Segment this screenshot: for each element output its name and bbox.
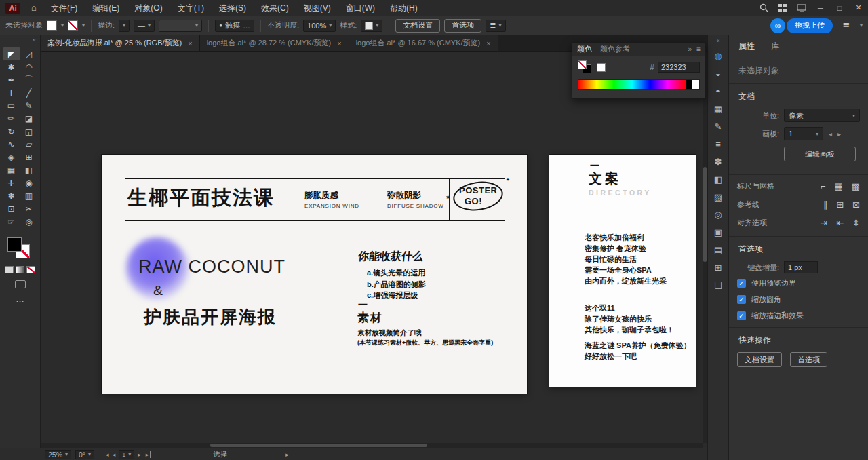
appearance-icon[interactable]: ◎ <box>709 206 727 223</box>
copy-subtitle-text[interactable]: DIRECTORY <box>589 189 652 197</box>
paintbrush-tool[interactable]: ✎ <box>20 99 38 112</box>
opacity-select[interactable]: 100%▾ <box>303 20 336 32</box>
mesh-tool[interactable]: ▦ <box>3 164 20 176</box>
menu-help[interactable]: 帮助(H) <box>382 0 425 16</box>
material-title-text[interactable]: 素材 <box>357 310 383 326</box>
close-tab-icon[interactable]: × <box>188 39 192 47</box>
gradient-tool[interactable]: ◧ <box>20 164 38 176</box>
gradient-mode-button[interactable] <box>16 266 24 273</box>
tab-document-2[interactable]: logo组合.ai* @ 28.72 % (CMYK/预览) × <box>200 35 349 51</box>
collapse-panel-icon[interactable]: » <box>688 45 692 53</box>
first-artboard-icon[interactable]: ◂ <box>104 451 109 458</box>
line-segment-tool[interactable]: ╱ <box>20 86 38 99</box>
comments-icon[interactable]: ❏ <box>709 277 727 293</box>
fill-none-swatch[interactable] <box>578 60 587 69</box>
horizontal-scrollbar[interactable] <box>41 443 703 448</box>
fill-color-swatch[interactable] <box>47 20 57 31</box>
tab-document-3[interactable]: logo组合.ai* @ 16.67 % (CMYK/预览) × <box>349 35 498 51</box>
cloud-sync-icon[interactable]: ◍ <box>709 47 727 64</box>
screen-mode-button[interactable] <box>15 280 26 288</box>
prev-artboard-icon[interactable]: ◂ <box>829 130 832 138</box>
black-swatch[interactable] <box>686 80 692 89</box>
snap-pixel-icon[interactable]: ⇥ <box>820 218 827 228</box>
artboard-copy[interactable]: 一 文案 DIRECTORY 老客快乐加倍福利 密集修护 奢宠体验 每日忙碌的生… <box>549 155 696 387</box>
scale-tool[interactable]: ◱ <box>20 125 38 138</box>
show-rulers-icon[interactable]: ⌐ <box>821 181 826 191</box>
artboard-poster[interactable]: 生椰平面技法课 膨胀质感 EXPANSION WIND 弥散阴影 DIFFUSE… <box>102 155 527 394</box>
preferences-button[interactable]: 首选项 <box>444 19 481 33</box>
slice-tool[interactable]: ✂ <box>20 202 38 215</box>
document-setup-button[interactable]: 文档设置 <box>737 352 782 367</box>
vertical-scrollbar[interactable] <box>703 52 707 443</box>
brushes-icon[interactable]: ✎ <box>709 118 727 134</box>
poster-feature-2[interactable]: 弥散阴影 DIFFUSE SHADOW <box>387 190 444 209</box>
pencil-tool[interactable]: ✏ <box>3 112 20 125</box>
white-swatch[interactable] <box>692 80 699 89</box>
next-artboard-nav-icon[interactable]: ▸ <box>138 451 141 458</box>
poster-ampersand-text[interactable]: & <box>153 282 163 299</box>
arrange-documents-icon[interactable] <box>792 0 811 16</box>
stroke-icon[interactable]: ≡ <box>709 136 727 152</box>
menu-object[interactable]: 对象(O) <box>127 0 170 16</box>
copy-title-text[interactable]: 文案 <box>589 170 621 188</box>
fill-swatch[interactable] <box>7 237 22 252</box>
poster-badge[interactable]: ★ ★ POSTER GO! <box>450 180 509 213</box>
white-swatch[interactable] <box>597 63 606 72</box>
color-icon[interactable]: ◒ <box>709 65 727 81</box>
canvas[interactable]: 生椰平面技法课 膨胀质感 EXPANSION WIND 弥散阴影 DIFFUSE… <box>41 52 707 448</box>
checkbox-preview-bounds[interactable]: ✓ <box>737 279 746 288</box>
width-profile-select[interactable]: ▾ <box>159 20 202 32</box>
stroke-color-swatch[interactable] <box>68 20 78 31</box>
graphic-styles-icon[interactable]: ▣ <box>709 224 727 240</box>
hex-input[interactable]: 232323 <box>658 62 700 73</box>
layers-icon[interactable]: ▤ <box>709 242 727 258</box>
home-icon[interactable]: ⌂ <box>24 0 43 16</box>
stroke-dropdown-icon[interactable]: ▾ <box>82 22 85 28</box>
pen-tool[interactable]: ✒ <box>3 73 20 86</box>
panel-menu-icon[interactable]: ≡ <box>696 45 701 53</box>
material-note-1[interactable]: 素材放视频简介了哦 <box>357 328 422 338</box>
show-guides-icon[interactable]: ∥ <box>823 199 828 210</box>
checkbox-scale-strokes[interactable]: ✓ <box>737 311 746 320</box>
menu-view[interactable]: 视图(V) <box>296 0 338 16</box>
document-setup-button[interactable]: 文档设置 <box>395 19 440 33</box>
edit-toolbar-button[interactable]: … <box>16 294 24 304</box>
fill-stroke-swatches[interactable] <box>578 60 594 74</box>
tab-libraries[interactable]: 库 <box>771 41 779 52</box>
poster-brand-text[interactable]: RAW COCONUT <box>138 256 285 277</box>
copy-paragraph-3[interactable]: 海蓝之谜 SPA养护（免费体验） 好好放松一下吧 <box>585 340 691 362</box>
eraser-tool[interactable]: ◪ <box>20 112 38 125</box>
gain-items-text[interactable]: a.镜头光晕的运用 b.产品溶图的侧影 c.增强海报层级 <box>367 267 426 301</box>
material-note-2[interactable]: (本节课练习素材+微软、苹方、思源黑宋全套字重) <box>357 339 493 347</box>
snap-point-icon[interactable]: ⇤ <box>836 218 844 228</box>
workspace-switcher-icon[interactable] <box>773 0 792 16</box>
touch-workspace-button[interactable]: ●触摸… <box>215 20 254 32</box>
collapse-tools-icon[interactable]: « <box>33 37 36 46</box>
tab-properties[interactable]: 属性 <box>738 41 755 52</box>
expand-panels-icon[interactable]: « <box>716 37 719 47</box>
checkbox-scale-corners[interactable]: ✓ <box>737 295 746 304</box>
drag-upload-button[interactable]: 拖拽上传 <box>787 18 833 33</box>
menu-window[interactable]: 窗口(W) <box>338 0 382 16</box>
menu-effect[interactable]: 效果(C) <box>254 0 296 16</box>
direct-selection-tool[interactable]: ◿ <box>20 47 38 60</box>
close-tab-icon[interactable]: × <box>337 39 341 47</box>
smart-guides-icon[interactable]: ⊠ <box>852 199 860 210</box>
perspective-grid-tool[interactable]: ⊞ <box>20 151 38 164</box>
fill-stroke-indicator[interactable] <box>6 236 35 262</box>
artboards-icon[interactable]: ⊞ <box>709 259 727 275</box>
curvature-tool[interactable]: ⌒ <box>20 73 38 86</box>
keyboard-increment-input[interactable]: 1 px <box>784 261 818 273</box>
header-rule-top[interactable] <box>125 178 505 179</box>
lock-guides-icon[interactable]: ⊞ <box>836 199 844 210</box>
symbol-sprayer-tool[interactable]: ✽ <box>3 189 20 202</box>
lasso-tool[interactable]: ◠ <box>20 60 38 73</box>
transparency-grid-icon[interactable]: ▩ <box>852 181 860 191</box>
show-grid-icon[interactable]: ▦ <box>834 181 842 191</box>
rotate-tool[interactable]: ↻ <box>3 125 20 138</box>
previous-artboard-icon[interactable]: ◂ <box>113 451 116 458</box>
transparency-icon[interactable]: ▨ <box>709 189 727 205</box>
copy-paragraph-1[interactable]: 老客快乐加倍福利 密集修护 奢宠体验 每日忙碌的生活 需要一场全身心SPA 由内… <box>585 232 667 286</box>
unit-select[interactable]: 像素▾ <box>784 109 860 122</box>
hand-tool[interactable]: ☞ <box>3 215 20 228</box>
